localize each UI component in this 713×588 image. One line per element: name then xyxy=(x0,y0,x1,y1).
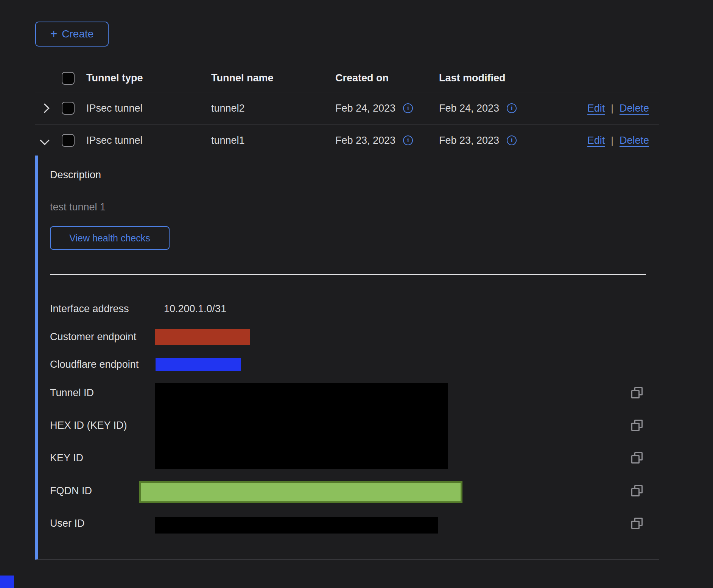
select-all-checkbox[interactable] xyxy=(62,72,75,85)
expanded-detail-panel: Description test tunnel 1 View health ch… xyxy=(35,156,659,560)
copy-icon[interactable] xyxy=(631,420,643,431)
chevron-right-icon[interactable] xyxy=(40,103,49,113)
info-icon[interactable]: i xyxy=(403,135,413,145)
tunnel-name-cell: tunnel2 xyxy=(211,103,335,114)
key-id-label: KEY ID xyxy=(50,451,83,464)
chevron-down-icon[interactable] xyxy=(40,135,49,145)
copy-icon[interactable] xyxy=(631,387,643,398)
action-separator: | xyxy=(611,103,613,114)
description-label: Description xyxy=(50,169,101,181)
user-id-label: User ID xyxy=(50,517,85,530)
description-value: test tunnel 1 xyxy=(50,201,106,213)
tunnels-table: Tunnel type Tunnel name Created on Last … xyxy=(35,64,659,156)
copy-icon[interactable] xyxy=(631,452,643,464)
cloudflare-endpoint-redaction xyxy=(156,358,241,371)
edit-link[interactable]: Edit xyxy=(587,103,605,114)
copy-icon[interactable] xyxy=(631,518,643,529)
customer-endpoint-label: Customer endpoint xyxy=(50,330,136,343)
create-button[interactable]: + Create xyxy=(35,22,109,47)
copy-icon[interactable] xyxy=(631,485,643,496)
table-header-row: Tunnel type Tunnel name Created on Last … xyxy=(35,64,659,92)
plus-icon: + xyxy=(50,28,58,40)
table-row-tunnel1: IPsec tunnel tunnel1 Feb 23, 2023 i Feb … xyxy=(35,124,659,156)
create-button-label: Create xyxy=(62,28,93,40)
tunnel-type-cell: IPsec tunnel xyxy=(86,103,211,114)
row-checkbox[interactable] xyxy=(62,134,75,147)
edit-link[interactable]: Edit xyxy=(587,135,605,146)
col-header-tunnel-name: Tunnel name xyxy=(211,72,335,84)
view-health-checks-button[interactable]: View health checks xyxy=(50,226,170,250)
table-row-tunnel2: IPsec tunnel tunnel2 Feb 24, 2023 i Feb … xyxy=(35,92,659,124)
col-header-last-modified: Last modified xyxy=(439,72,541,84)
tunnel-id-label: Tunnel ID xyxy=(50,386,94,399)
col-header-created-on: Created on xyxy=(335,72,439,84)
delete-link[interactable]: Delete xyxy=(620,135,649,146)
created-on-value: Feb 23, 2023 xyxy=(335,135,395,146)
last-modified-value: Feb 23, 2023 xyxy=(439,135,499,146)
created-on-value: Feb 24, 2023 xyxy=(335,103,395,114)
action-separator: | xyxy=(611,135,613,146)
tunnel-type-cell: IPsec tunnel xyxy=(86,135,211,146)
last-modified-value: Feb 24, 2023 xyxy=(439,103,499,114)
interface-address-label: Interface address xyxy=(50,302,129,315)
info-icon[interactable]: i xyxy=(507,103,517,113)
fqdn-id-redaction xyxy=(139,481,462,503)
customer-endpoint-redaction xyxy=(155,329,250,345)
user-id-redaction xyxy=(155,517,438,534)
hex-id-label: HEX ID (KEY ID) xyxy=(50,419,127,432)
cloudflare-endpoint-label: Cloudflare endpoint xyxy=(50,358,139,371)
section-divider xyxy=(50,274,646,275)
page: + Create Tunnel type Tunnel name Created… xyxy=(0,0,713,588)
info-icon[interactable]: i xyxy=(507,135,517,145)
tunnel-name-cell: tunnel1 xyxy=(211,135,335,146)
fqdn-id-label: FQDN ID xyxy=(50,484,92,497)
col-header-tunnel-type: Tunnel type xyxy=(86,72,211,84)
delete-link[interactable]: Delete xyxy=(620,103,649,114)
interface-address-value: 10.200.1.0/31 xyxy=(164,302,226,315)
row-checkbox[interactable] xyxy=(62,102,75,115)
tunnel-id-redaction xyxy=(155,383,448,469)
redaction-fragment xyxy=(0,576,14,588)
info-icon[interactable]: i xyxy=(403,103,413,113)
